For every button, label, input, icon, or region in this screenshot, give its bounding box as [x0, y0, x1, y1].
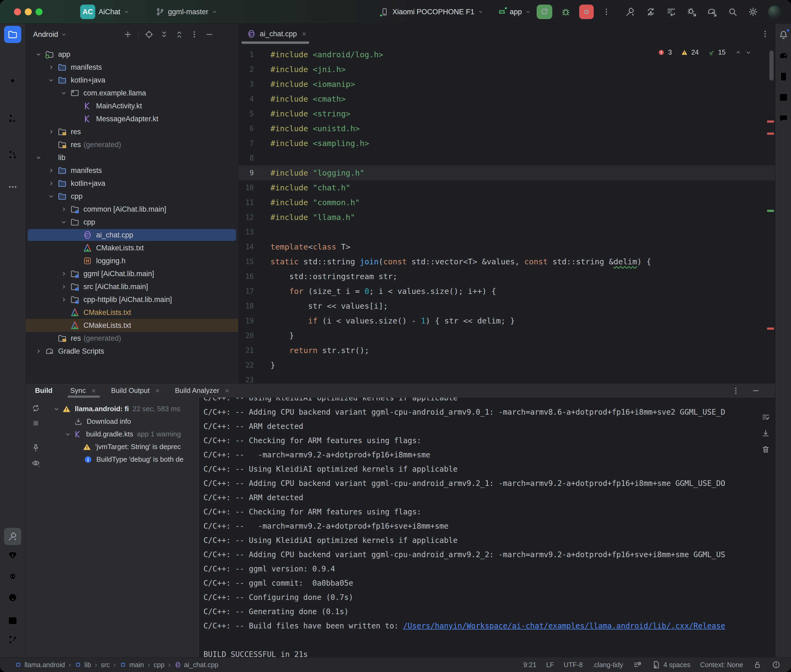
tree-item-ai-chat-cpp[interactable]: ai_chat.cpp: [26, 229, 238, 242]
scroll-to-end-icon[interactable]: [761, 429, 770, 438]
stop-sync-icon[interactable]: [31, 419, 40, 428]
add-button[interactable]: [123, 30, 132, 39]
code-line-21[interactable]: 21 return str.str();: [238, 343, 775, 358]
window-controls[interactable]: [14, 8, 43, 15]
tree-item-lib[interactable]: lib: [26, 151, 238, 164]
tree-item-cpp[interactable]: cpp: [26, 216, 238, 229]
code-line-22[interactable]: 22}: [238, 358, 775, 373]
version-control-tool-button[interactable]: [7, 634, 18, 645]
project-widget[interactable]: AC AiChat: [80, 0, 130, 24]
tree-item-cmakelists-txt[interactable]: CMakeLists.txt: [26, 319, 238, 332]
close-icon[interactable]: [90, 387, 97, 394]
code-line-5[interactable]: 5#include <string>: [238, 106, 775, 121]
tree-item-kotlin-java[interactable]: kotlin+java: [26, 177, 238, 190]
maximize-window-button[interactable]: [35, 8, 43, 15]
indent-widget[interactable]: 4 spaces: [651, 660, 690, 669]
next-problem-button[interactable]: [745, 49, 752, 56]
close-tab-icon[interactable]: [301, 30, 308, 37]
breadcrumb-llama-android[interactable]: llama.android: [15, 661, 65, 669]
code-line-23[interactable]: 23: [238, 373, 775, 383]
settings-button[interactable]: [748, 6, 759, 17]
tree-item-cmakelists-txt[interactable]: CMakeLists.txt: [26, 242, 238, 254]
build-tree-item-build-gradle-kts[interactable]: build.gradle.ktsapp 1 warning: [46, 428, 199, 440]
console-link[interactable]: /Users/hanyin/Workspace/ai-chat/examples…: [403, 621, 725, 630]
code-line-7[interactable]: 7#include <sampling.h>: [238, 136, 775, 150]
code-line-11[interactable]: 11#include "common.h": [238, 195, 775, 210]
logcat-tool-button[interactable]: [7, 572, 18, 582]
layout-inspector-tool-button[interactable]: [778, 92, 789, 103]
build-options-button[interactable]: [731, 386, 740, 395]
tree-item-gradle-scripts[interactable]: Gradle Scripts: [26, 345, 238, 358]
error-stripe-mark[interactable]: [767, 133, 774, 135]
tree-item-res[interactable]: res(generated): [26, 138, 238, 151]
tab-build-analyzer[interactable]: Build Analyzer: [168, 384, 237, 398]
device-selector[interactable]: Xiaomi POCOPHONE F1: [380, 0, 484, 24]
lock-icon[interactable]: [753, 660, 762, 669]
clear-all-icon[interactable]: [761, 445, 770, 454]
expand-all-button[interactable]: [160, 30, 169, 39]
build-tree-item-download-info[interactable]: Download info: [46, 415, 199, 428]
re-sync-icon[interactable]: [31, 404, 40, 413]
tree-item-cpp-httplib-aichat-lib-main[interactable]: cpp-httplib [AiChat.lib.main]: [26, 293, 238, 306]
build-project-button[interactable]: [625, 6, 636, 17]
notifications-button[interactable]: [778, 30, 789, 40]
user-avatar[interactable]: [768, 6, 780, 18]
code-line-8[interactable]: 8: [238, 150, 775, 165]
tree-item-src-aichat-lib-main[interactable]: src [AiChat.lib.main]: [26, 280, 238, 293]
tree-item-logging-h[interactable]: logging.h: [26, 254, 238, 267]
prev-problem-button[interactable]: [735, 49, 742, 56]
editor-tab[interactable]: ai_chat.cpp: [242, 24, 313, 44]
debug-button[interactable]: [560, 6, 571, 17]
tree-item-cmakelists-txt[interactable]: CMakeLists.txt: [26, 306, 238, 319]
context-widget[interactable]: Context: None: [700, 661, 743, 669]
line-ending[interactable]: LF: [546, 661, 554, 669]
build-tree-item-buildtype-debug-is-both-de[interactable]: BuildType 'debug' is both de: [46, 453, 199, 466]
breadcrumb-src[interactable]: src: [101, 661, 110, 669]
code-line-17[interactable]: 17 for (size_t i = 0; i < values.size();…: [238, 284, 775, 299]
attach-debugger-button[interactable]: [686, 6, 697, 17]
code-line-19[interactable]: 19 if (i < values.size() - 1) { str << d…: [238, 313, 775, 328]
caret-position[interactable]: 9:21: [523, 661, 536, 669]
tree-item-manifests[interactable]: manifests: [26, 164, 238, 177]
editor-scrollbar[interactable]: [770, 51, 773, 81]
tree-item-mainactivity-kt[interactable]: MainActivity.kt: [26, 99, 238, 112]
breadcrumb-ai-chat-cpp[interactable]: ai_chat.cpp: [175, 661, 218, 669]
code-line-10[interactable]: 10#include "chat.h": [238, 180, 775, 195]
apply-code-changes-button[interactable]: [666, 6, 677, 17]
code-line-13[interactable]: 13: [238, 224, 775, 239]
apply-changes-button[interactable]: [645, 6, 656, 17]
tree-item-res[interactable]: res(generated): [26, 332, 238, 345]
locate-file-button[interactable]: [144, 30, 154, 39]
soft-wrap-icon[interactable]: [761, 413, 770, 422]
build-tree-item-jvmtarget-string-is-deprec[interactable]: 'jvmTarget: String' is deprec: [46, 440, 199, 453]
code-line-16[interactable]: 16 std::ostringstream str;: [238, 269, 775, 284]
rerun-button[interactable]: [537, 5, 552, 19]
terminal-tool-button[interactable]: [7, 615, 18, 626]
pin-icon[interactable]: [31, 443, 40, 453]
tree-item-manifests[interactable]: manifests: [26, 61, 238, 74]
code-line-4[interactable]: 4#include <cmath>: [238, 91, 775, 106]
code-line-15[interactable]: 15static std::string join(const std::vec…: [238, 254, 775, 269]
problems-tool-button[interactable]: [7, 592, 18, 603]
tree-item-com-example-llama[interactable]: com.example.llama: [26, 86, 238, 99]
pull-requests-tool-button[interactable]: [7, 149, 18, 160]
tree-item-common-aichat-lib-main[interactable]: common [AiChat.lib.main]: [26, 203, 238, 216]
ok-stripe-mark[interactable]: [767, 210, 774, 212]
gradle-tool-button[interactable]: [778, 50, 789, 61]
editor-options-button[interactable]: [761, 29, 770, 38]
build-console[interactable]: C/C++: -- Using KleidiAI optimized kerne…: [199, 398, 775, 657]
error-stripe-mark[interactable]: [767, 328, 774, 330]
more-run-options-button[interactable]: [602, 7, 611, 16]
breadcrumb-cpp[interactable]: cpp: [154, 661, 164, 669]
stop-button[interactable]: [579, 5, 594, 19]
structure-tool-button[interactable]: [7, 113, 18, 124]
minimize-window-button[interactable]: [25, 8, 32, 15]
close-icon[interactable]: [224, 387, 231, 394]
tree-item-kotlin-java[interactable]: kotlin+java: [26, 74, 238, 86]
inspections-widget[interactable]: 3 24 15: [658, 48, 752, 56]
hide-build-panel-button[interactable]: [751, 386, 761, 395]
breadcrumb-main[interactable]: main: [119, 661, 144, 669]
hide-panel-button[interactable]: [205, 30, 214, 39]
more-tool-windows-button[interactable]: [7, 181, 18, 192]
app-insights-tool-button[interactable]: [778, 113, 789, 124]
